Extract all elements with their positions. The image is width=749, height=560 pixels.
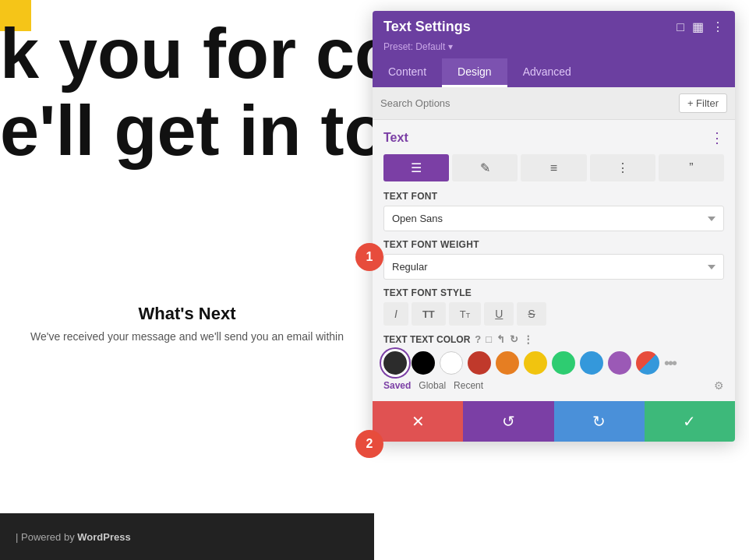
search-bar: + Filter [373,87,735,120]
panel-footer: ✕ ↺ ↻ ✓ [373,401,735,442]
color-swatch-red[interactable] [468,351,491,375]
color-swatch-yellow[interactable] [524,351,547,375]
color-row-label: Text Text Color ? □ ↰ ↻ ⋮ [383,333,724,345]
more-icon[interactable]: ⋮ [712,19,724,34]
footer-text: | Powered by WordPress [16,531,131,543]
color-device-icon[interactable]: □ [486,333,492,345]
panel-header-icons: □ ▦ ⋮ [677,19,724,34]
columns-icon[interactable]: ▦ [692,19,704,34]
cancel-button[interactable]: ✕ [373,401,463,442]
section-header: Text ⋮ [383,129,724,146]
color-reset-icon[interactable]: ↻ [510,333,518,345]
color-recent-tab[interactable]: Recent [454,380,483,391]
color-global-tab[interactable]: Global [419,380,446,391]
alignment-buttons: ☰ ✎ ≡ ⋮ ” [383,154,724,181]
align-left-button[interactable]: ☰ [383,154,449,181]
color-help-icon[interactable]: ? [475,333,481,345]
align-list-button[interactable]: ≡ [521,154,586,181]
step-badge-1: 1 [355,243,383,271]
tab-content[interactable]: Content [373,58,442,87]
color-swatch-orange[interactable] [496,351,519,375]
color-swatch-blue[interactable] [580,351,603,375]
align-grid-button[interactable]: ⋮ [590,154,655,181]
redo-button[interactable]: ↻ [554,401,645,442]
color-swatch-gradient[interactable] [636,351,659,375]
style-italic-button[interactable]: I [383,302,408,326]
panel-title: Text Settings [383,19,471,35]
color-swatch-black[interactable] [412,351,435,375]
save-button[interactable]: ✓ [645,401,735,442]
text-font-select[interactable]: Open Sans [383,206,724,231]
tab-design[interactable]: Design [442,58,507,87]
style-bold-tt-button[interactable]: TT [412,302,446,326]
color-more-dots[interactable]: ••• [664,354,676,372]
panel-tabs: Content Design Advanced [373,58,735,87]
section-title: Text [383,131,408,145]
color-meta: Saved Global Recent ⚙ [383,379,724,392]
color-gear-icon[interactable]: ⚙ [714,379,724,392]
text-font-weight-label: Text Font Weight [383,239,724,250]
undo-button[interactable]: ↺ [463,401,553,442]
style-underline-button[interactable]: U [484,302,514,326]
whats-next-title: What's Next [0,304,374,324]
panel-body: + Filter Text ⋮ ☰ ✎ ≡ ⋮ ” Text Font Open… [373,87,735,401]
text-font-label: Text Font [383,191,724,202]
style-light-tt-button[interactable]: Tt [449,302,481,326]
panel-header: Text Settings □ ▦ ⋮ Preset: Default ▾ [373,11,735,58]
text-settings-panel: Text Settings □ ▦ ⋮ Preset: Default ▾ Co… [373,11,735,442]
align-quote-button[interactable]: ” [659,154,724,181]
section-more-icon[interactable]: ⋮ [710,129,724,146]
color-options-icon[interactable]: ⋮ [523,333,533,345]
color-swatch-green[interactable] [552,351,575,375]
page-middle-section: What's Next We've received your message … [0,304,374,343]
style-buttons: I TT Tt U S [383,302,724,326]
align-pen-button[interactable]: ✎ [452,154,518,181]
text-font-style-label: Text Font Style [383,287,724,298]
text-section: Text ⋮ ☰ ✎ ≡ ⋮ ” Text Font Open Sans Tex… [373,120,735,401]
tab-advanced[interactable]: Advanced [507,58,587,87]
color-saved-tab[interactable]: Saved [383,380,411,391]
color-swatch-white[interactable] [440,351,463,375]
color-swatch-purple[interactable] [608,351,631,375]
preset-dropdown[interactable]: Preset: Default ▾ [383,41,724,58]
search-input[interactable] [380,97,679,109]
color-swatches: ••• [383,351,724,375]
filter-button[interactable]: + Filter [679,93,727,113]
color-swatch-dark[interactable] [383,351,407,375]
resize-icon[interactable]: □ [677,20,684,34]
panel-header-top: Text Settings □ ▦ ⋮ [383,19,724,41]
text-font-weight-select[interactable]: Regular [383,254,724,280]
whats-next-body: We've received your message and we'll se… [0,330,374,343]
page-footer: | Powered by WordPress [0,513,374,560]
step-badge-2: 2 [355,430,383,458]
style-strikethrough-button[interactable]: S [517,302,546,326]
color-pointer-icon[interactable]: ↰ [496,333,505,345]
